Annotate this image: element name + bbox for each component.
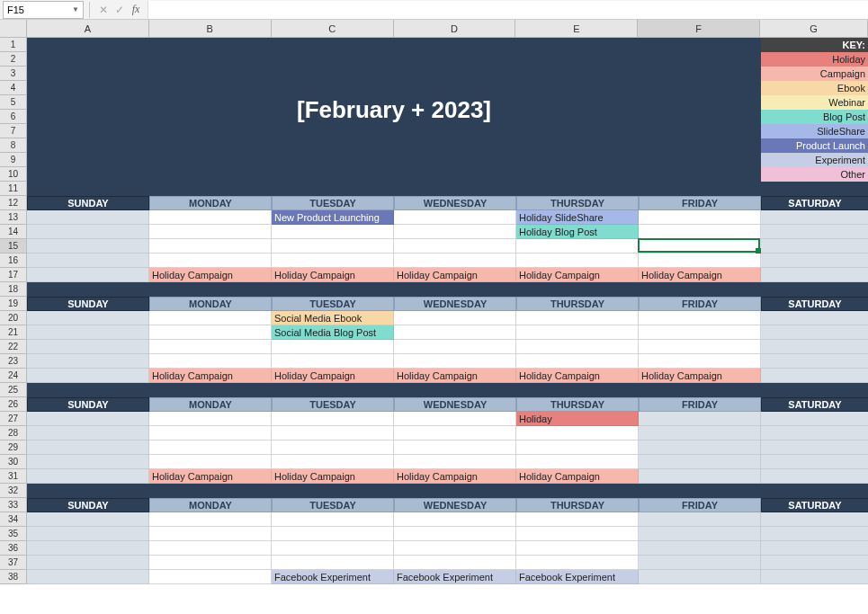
weekend-cell[interactable] bbox=[27, 268, 149, 282]
cell[interactable] bbox=[394, 311, 516, 325]
weekend-cell[interactable] bbox=[639, 412, 761, 426]
entry-social-media-ebook[interactable]: Social Media Ebook bbox=[272, 311, 394, 325]
cell[interactable] bbox=[394, 527, 516, 541]
row-header-6[interactable]: 6 bbox=[0, 110, 27, 124]
cell[interactable] bbox=[149, 512, 272, 527]
weekend-cell[interactable] bbox=[27, 570, 149, 584]
row-header-8[interactable]: 8 bbox=[0, 138, 27, 153]
cell[interactable] bbox=[149, 210, 272, 225]
weekend-cell[interactable] bbox=[761, 455, 868, 469]
cell[interactable] bbox=[149, 254, 272, 268]
cell[interactable] bbox=[149, 225, 272, 239]
cell[interactable] bbox=[516, 512, 639, 527]
cell[interactable] bbox=[272, 541, 394, 556]
row-header-10[interactable]: 10 bbox=[0, 167, 27, 182]
cell[interactable] bbox=[149, 426, 272, 440]
entry-holiday-campaign[interactable]: Holiday Campaign bbox=[394, 268, 516, 282]
cell[interactable] bbox=[394, 254, 516, 268]
cell[interactable] bbox=[149, 556, 272, 570]
entry-holiday-campaign[interactable]: Holiday Campaign bbox=[272, 469, 394, 484]
column-header-B[interactable]: B bbox=[149, 20, 272, 37]
cell[interactable] bbox=[272, 556, 394, 570]
cell[interactable] bbox=[149, 239, 272, 254]
weekend-cell[interactable] bbox=[761, 225, 868, 239]
entry-holiday-campaign[interactable]: Holiday Campaign bbox=[149, 469, 272, 484]
cell[interactable] bbox=[394, 354, 516, 369]
weekend-cell[interactable] bbox=[639, 426, 761, 440]
cell[interactable] bbox=[272, 225, 394, 239]
weekend-cell[interactable] bbox=[27, 210, 149, 225]
formula-input[interactable] bbox=[148, 1, 868, 19]
cell[interactable] bbox=[394, 455, 516, 469]
weekend-cell[interactable] bbox=[639, 455, 761, 469]
row-header-28[interactable]: 28 bbox=[0, 426, 27, 440]
cell[interactable] bbox=[272, 239, 394, 254]
entry-holiday-campaign[interactable]: Holiday Campaign bbox=[149, 369, 272, 383]
row-header-26[interactable]: 26 bbox=[0, 397, 27, 412]
weekend-cell[interactable] bbox=[27, 440, 149, 455]
weekend-cell[interactable] bbox=[27, 527, 149, 541]
entry-facebook-experiment[interactable]: Facebook Experiment bbox=[272, 570, 394, 584]
row-header-37[interactable]: 37 bbox=[0, 556, 27, 570]
cell[interactable] bbox=[149, 412, 272, 426]
row-header-12[interactable]: 12 bbox=[0, 196, 27, 210]
row-header-32[interactable]: 32 bbox=[0, 484, 27, 498]
cell[interactable] bbox=[639, 225, 761, 239]
cell[interactable] bbox=[149, 311, 272, 325]
cell[interactable] bbox=[394, 426, 516, 440]
weekend-cell[interactable] bbox=[639, 541, 761, 556]
row-header-23[interactable]: 23 bbox=[0, 354, 27, 369]
entry-new-product-launching[interactable]: New Product Launching bbox=[272, 210, 394, 225]
weekend-cell[interactable] bbox=[639, 570, 761, 584]
cell[interactable] bbox=[394, 512, 516, 527]
row-header-4[interactable]: 4 bbox=[0, 81, 27, 95]
row-header-15[interactable]: 15 bbox=[0, 239, 27, 254]
row-header-25[interactable]: 25 bbox=[0, 383, 27, 397]
cell[interactable] bbox=[149, 570, 272, 584]
cell[interactable] bbox=[272, 426, 394, 440]
cell[interactable] bbox=[272, 340, 394, 354]
weekend-cell[interactable] bbox=[27, 455, 149, 469]
row-header-20[interactable]: 20 bbox=[0, 311, 27, 325]
entry-holiday-campaign[interactable]: Holiday Campaign bbox=[272, 268, 394, 282]
cell[interactable] bbox=[394, 325, 516, 340]
cell[interactable] bbox=[394, 225, 516, 239]
cell[interactable] bbox=[516, 340, 639, 354]
entry-holiday-campaign[interactable]: Holiday Campaign bbox=[639, 268, 761, 282]
weekend-cell[interactable] bbox=[27, 412, 149, 426]
cell[interactable] bbox=[272, 440, 394, 455]
cell[interactable] bbox=[516, 254, 639, 268]
column-header-C[interactable]: C bbox=[272, 20, 394, 37]
entry-holiday-slideshare[interactable]: Holiday SlideShare bbox=[516, 210, 639, 225]
cell[interactable] bbox=[272, 527, 394, 541]
weekend-cell[interactable] bbox=[761, 268, 868, 282]
weekend-cell[interactable] bbox=[761, 570, 868, 584]
row-header-36[interactable]: 36 bbox=[0, 541, 27, 556]
cell[interactable] bbox=[516, 541, 639, 556]
cell[interactable] bbox=[516, 239, 639, 254]
cell[interactable] bbox=[149, 455, 272, 469]
row-header-17[interactable]: 17 bbox=[0, 268, 27, 282]
weekend-cell[interactable] bbox=[761, 239, 868, 254]
column-header-D[interactable]: D bbox=[394, 20, 516, 37]
cell[interactable] bbox=[272, 412, 394, 426]
row-header-19[interactable]: 19 bbox=[0, 297, 27, 311]
entry-holiday-campaign[interactable]: Holiday Campaign bbox=[394, 369, 516, 383]
row-header-2[interactable]: 2 bbox=[0, 52, 27, 67]
cell[interactable] bbox=[639, 354, 761, 369]
weekend-cell[interactable] bbox=[639, 440, 761, 455]
weekend-cell[interactable] bbox=[761, 210, 868, 225]
weekend-cell[interactable] bbox=[27, 239, 149, 254]
weekend-cell[interactable] bbox=[761, 325, 868, 340]
weekend-cell[interactable] bbox=[761, 556, 868, 570]
row-header-29[interactable]: 29 bbox=[0, 440, 27, 455]
weekend-cell[interactable] bbox=[639, 556, 761, 570]
cell[interactable] bbox=[272, 455, 394, 469]
entry-facebook-experiment[interactable]: Facebook Experiment bbox=[394, 570, 516, 584]
cell[interactable] bbox=[639, 340, 761, 354]
cell[interactable] bbox=[272, 254, 394, 268]
entry-holiday-campaign[interactable]: Holiday Campaign bbox=[149, 268, 272, 282]
cell[interactable] bbox=[149, 325, 272, 340]
row-header-22[interactable]: 22 bbox=[0, 340, 27, 354]
row-header-1[interactable]: 1 bbox=[0, 38, 27, 52]
